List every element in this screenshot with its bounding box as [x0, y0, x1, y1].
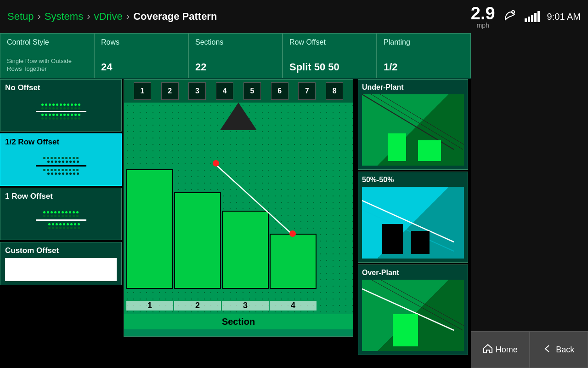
svg-line-5 — [362, 201, 454, 242]
back-button[interactable]: Back — [530, 331, 588, 368]
top-num-3: 3 — [188, 82, 206, 100]
svg-line-3 — [371, 94, 463, 150]
top-bar: Setup › Systems › vDrive › Coverage Patt… — [0, 0, 588, 33]
bottom-label-1: 1 — [126, 301, 173, 310]
no-offset-preview — [5, 95, 117, 127]
over-plant-bar — [393, 314, 418, 346]
custom-offset-box: Custom Offset — [0, 242, 122, 285]
info-card-sections[interactable]: Sections 22 — [188, 33, 283, 78]
planting-value: 1/2 — [384, 61, 464, 73]
custom-offset-label: Custom Offset — [5, 246, 117, 255]
sections-value: 22 — [195, 61, 276, 73]
red-dot-2 — [289, 230, 296, 237]
bottom-label-4: 4 — [270, 301, 317, 310]
sections-label: Sections — [195, 38, 276, 46]
section-bars — [126, 169, 317, 289]
row-offset-label: Row Offset — [289, 38, 370, 46]
signal-icon — [503, 8, 517, 25]
no-offset-label: No Offset — [5, 83, 117, 92]
home-label: Home — [496, 345, 518, 355]
info-card-planting[interactable]: Planting 1/2 — [377, 33, 471, 78]
info-card-control-style[interactable]: Control Style Single Row with Outside Ro… — [0, 33, 94, 78]
status-area: 2.9 mph 9:01 AM — [471, 5, 581, 29]
left-panel: No Offset 1/2 Row Offset — [0, 79, 122, 355]
over-plant-body — [362, 280, 464, 351]
over-plant-label: Over-Plant — [362, 269, 464, 277]
right-sidebar: Home Back — [471, 33, 588, 368]
one-row-offset-option[interactable]: 1 Row Offset — [0, 188, 122, 240]
info-cards-row: Control Style Single Row with Outside Ro… — [0, 33, 471, 79]
half-row-offset-preview — [5, 150, 117, 182]
page-title: Coverage Pattern — [133, 11, 217, 23]
under-plant-lines — [362, 94, 464, 166]
top-num-7: 7 — [298, 82, 316, 100]
custom-offset-input[interactable] — [5, 258, 117, 281]
top-num-6: 6 — [271, 82, 288, 100]
home-icon — [483, 344, 493, 356]
fifty-bar2 — [411, 231, 430, 254]
fifty-fifty-chart[interactable]: 50%-50% — [358, 172, 468, 262]
back-label: Back — [556, 345, 574, 355]
under-plant-bar1 — [388, 133, 406, 161]
speed-unit: mph — [471, 22, 495, 29]
rows-value: 24 — [101, 61, 181, 73]
top-num-2: 2 — [161, 82, 179, 100]
diagram-top-numbers: 1 2 3 4 5 6 7 8 — [124, 80, 353, 103]
bottom-section-labels: 1 2 3 4 — [126, 301, 317, 310]
info-card-row-offset[interactable]: Row Offset Split 50 50 — [283, 33, 377, 78]
svg-point-0 — [512, 11, 514, 13]
fifty-bar1 — [382, 224, 403, 254]
under-plant-body — [362, 94, 464, 166]
bottom-label-2: 2 — [174, 301, 221, 310]
rows-label: Rows — [101, 38, 181, 46]
under-plant-bar2 — [418, 140, 441, 161]
under-plant-chart[interactable]: Under-Plant — [358, 79, 468, 170]
speed-value: 2.9 — [471, 5, 495, 22]
planting-label: Planting — [384, 38, 464, 46]
breadcrumb: Setup › Systems › vDrive › Coverage Patt… — [7, 11, 217, 23]
time-display: 9:01 AM — [547, 12, 581, 22]
speed-display: 2.9 mph — [471, 5, 495, 29]
red-dot-1 — [213, 160, 219, 167]
top-num-5: 5 — [243, 82, 261, 100]
over-plant-chart[interactable]: Over-Plant — [358, 264, 468, 355]
control-style-label: Control Style — [7, 38, 87, 46]
control-style-value: Single Row with Outside Rows Together — [7, 58, 87, 73]
breadcrumb-systems[interactable]: Systems — [45, 11, 83, 23]
top-num-8: 8 — [326, 82, 343, 100]
info-card-rows[interactable]: Rows 24 — [94, 33, 188, 78]
section-label: Section — [124, 314, 353, 329]
half-row-offset-label: 1/2 Row Offset — [5, 138, 117, 147]
diagram-body: 1 2 3 4 — [124, 103, 353, 314]
sep3: › — [126, 11, 130, 23]
top-num-4: 4 — [216, 82, 233, 100]
mini-charts: Under-Plant 50%-50% Over-Plant — [358, 79, 468, 355]
breadcrumb-vdrive[interactable]: vDrive — [94, 11, 123, 23]
one-row-offset-label: 1 Row Offset — [5, 192, 117, 201]
back-icon — [543, 344, 553, 356]
no-offset-option[interactable]: No Offset — [0, 79, 122, 132]
signal-bars — [525, 11, 540, 22]
triangle-indicator — [220, 103, 257, 130]
bottom-label-3: 3 — [222, 301, 269, 310]
home-button[interactable]: Home — [471, 331, 530, 368]
row-offset-value: Split 50 50 — [289, 61, 370, 73]
sep1: › — [38, 11, 41, 23]
half-row-offset-option[interactable]: 1/2 Row Offset — [0, 133, 122, 186]
under-plant-label: Under-Plant — [362, 83, 464, 92]
fifty-fifty-label: 50%-50% — [362, 176, 464, 184]
top-num-1: 1 — [134, 82, 151, 100]
breadcrumb-setup[interactable]: Setup — [7, 11, 34, 23]
sep2: › — [87, 11, 90, 23]
nav-buttons: Home Back — [471, 331, 588, 368]
svg-line-6 — [362, 210, 454, 251]
center-diagram: 1 2 3 4 5 6 7 8 1 2 3 4 Sec — [124, 79, 353, 337]
one-row-offset-preview — [5, 204, 117, 236]
fifty-fifty-body — [362, 187, 464, 258]
